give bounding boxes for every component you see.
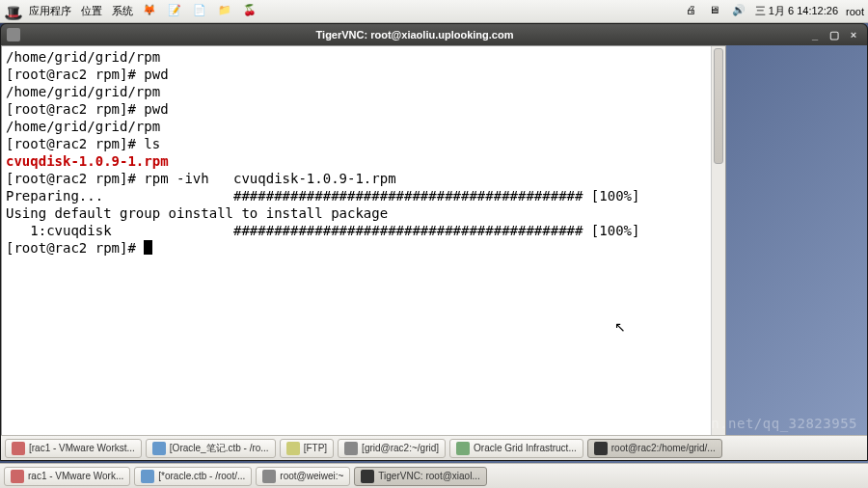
terminal-line: 1:cvuqdisk #############################… (6, 222, 707, 239)
taskbar-app-icon (286, 442, 300, 455)
taskbar-button[interactable]: [*oracle.ctb - /root/... (134, 467, 252, 486)
distro-icon: 🎩 (4, 4, 19, 19)
taskbar-app-icon (361, 470, 374, 483)
taskbar-button[interactable]: root@weiwei:~ (256, 467, 350, 486)
taskbar-app-icon (11, 470, 24, 483)
taskbar-button[interactable]: TigerVNC: root@xiaol... (354, 467, 486, 486)
gnome-top-panel: 🎩 应用程序 位置 系统 🦊 📝 📄 📁 🍒 🖨 🖥 🔊 三 1月 6 14:1… (0, 0, 868, 23)
host-taskbar: rac1 - VMware Work...[*oracle.ctb - /roo… (0, 463, 868, 488)
watermark-text: https://blog.csdn.net/qq_32823955 (573, 416, 857, 431)
doc-icon[interactable]: 📄 (193, 4, 208, 19)
taskbar-label: [FTP] (304, 443, 327, 453)
firefox-icon[interactable]: 🦊 (143, 4, 158, 19)
terminal-line: [root@rac2 rpm]# pwd (6, 66, 707, 83)
remote-desktop: /home/grid/grid/rpm[root@rac2 rpm]# pwd/… (1, 45, 867, 460)
taskbar-label: [rac1 - VMware Workst... (29, 443, 135, 453)
folder-icon[interactable]: 📁 (218, 4, 233, 19)
scrollbar-thumb[interactable] (714, 48, 723, 164)
cherry-icon[interactable]: 🍒 (243, 4, 258, 19)
printer-icon[interactable]: 🖨 (686, 4, 701, 19)
taskbar-app-icon (456, 442, 470, 455)
terminal-line: Preparing... ###########################… (6, 187, 707, 204)
remote-taskbar: [rac1 - VMware Workst...[Oracle_笔记.ctb -… (1, 435, 867, 460)
taskbar-label: root@rac2:/home/grid/... (611, 443, 716, 453)
taskbar-button[interactable]: [rac1 - VMware Workst... (5, 439, 142, 458)
terminal-cursor (144, 240, 152, 255)
user-menu[interactable]: root (846, 6, 864, 17)
taskbar-label: Oracle Grid Infrastruct... (474, 443, 577, 453)
taskbar-label: [grid@rac2:~/grid] (362, 443, 439, 453)
terminal-body[interactable]: /home/grid/grid/rpm[root@rac2 rpm]# pwd/… (2, 46, 711, 440)
clock[interactable]: 三 1月 6 14:12:26 (755, 4, 838, 18)
taskbar-app-icon (344, 442, 358, 455)
terminal-line: /home/grid/grid/rpm (6, 118, 707, 135)
display-icon[interactable]: 🖥 (709, 4, 724, 19)
taskbar-label: TigerVNC: root@xiaol... (378, 471, 479, 481)
taskbar-button[interactable]: [Oracle_笔记.ctb - /ro... (146, 439, 276, 458)
taskbar-label: rac1 - VMware Work... (28, 471, 123, 481)
taskbar-app-icon (141, 470, 154, 483)
taskbar-button[interactable]: rac1 - VMware Work... (4, 467, 130, 486)
vnc-app-icon (7, 28, 20, 41)
taskbar-label: [Oracle_笔记.ctb - /ro... (170, 442, 269, 455)
terminal-line: /home/grid/grid/rpm (6, 48, 707, 66)
maximize-button[interactable]: ▢ (827, 29, 842, 41)
terminal-line: cvuqdisk-1.0.9-1.rpm (6, 152, 707, 170)
menu-system[interactable]: 系统 (112, 4, 133, 18)
taskbar-label: [*oracle.ctb - /root/... (158, 471, 245, 481)
taskbar-button[interactable]: root@rac2:/home/grid/... (587, 439, 722, 458)
taskbar-label: root@weiwei:~ (280, 471, 343, 481)
mouse-cursor-icon: ↖ (614, 319, 626, 335)
vnc-window: TigerVNC: root@xiaoliu.uplooking.com _ ▢… (0, 23, 868, 461)
menu-places[interactable]: 位置 (81, 4, 102, 18)
taskbar-app-icon (262, 470, 276, 483)
minimize-button[interactable]: _ (807, 29, 823, 41)
terminal-line: [root@rac2 rpm]# rpm -ivh cvuqdisk-1.0.9… (6, 170, 707, 187)
taskbar-app-icon (12, 442, 25, 455)
close-button[interactable]: × (846, 29, 861, 41)
taskbar-button[interactable]: [FTP] (280, 439, 334, 458)
taskbar-button[interactable]: Oracle Grid Infrastruct... (449, 439, 583, 458)
terminal-line: [root@rac2 rpm]# (6, 239, 707, 257)
taskbar-app-icon (594, 442, 608, 455)
terminal-line: Using default group oinstall to install … (6, 204, 707, 222)
terminal-line: [root@rac2 rpm]# pwd (6, 100, 707, 118)
terminal-window: /home/grid/grid/rpm[root@rac2 rpm]# pwd/… (1, 45, 726, 441)
taskbar-button[interactable]: [grid@rac2:~/grid] (338, 439, 446, 458)
menu-applications[interactable]: 应用程序 (29, 4, 71, 18)
terminal-scrollbar[interactable] (711, 46, 725, 440)
vnc-titlebar[interactable]: TigerVNC: root@xiaoliu.uplooking.com _ ▢… (1, 24, 867, 45)
note-icon[interactable]: 📝 (168, 4, 183, 19)
volume-icon[interactable]: 🔊 (732, 4, 747, 19)
terminal-line: [root@rac2 rpm]# ls (6, 135, 707, 152)
vnc-title: TigerVNC: root@xiaoliu.uplooking.com (26, 29, 803, 41)
terminal-line: /home/grid/grid/rpm (6, 83, 707, 100)
taskbar-app-icon (152, 442, 166, 455)
